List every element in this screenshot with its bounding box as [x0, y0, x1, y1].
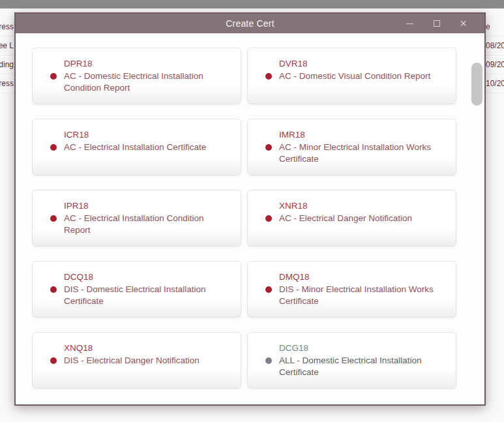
close-icon: ✕	[460, 19, 467, 28]
background-date-label: 10/201	[486, 79, 504, 88]
status-dot-icon	[265, 215, 272, 222]
cert-description-row: DIS - Electrical Danger Notification	[33, 355, 241, 367]
cert-code: IMR18	[279, 130, 456, 140]
cert-card-grid: DPR18 AC - Domestic Electrical Installat…	[16, 33, 484, 389]
cert-description-row: DIS - Minor Electrical Installation Work…	[248, 284, 456, 307]
status-dot-icon	[50, 357, 57, 364]
cert-code: DMQ18	[279, 272, 456, 282]
background-row-fragment: ee L	[0, 37, 14, 55]
status-dot-icon	[50, 215, 57, 222]
background-window-top-bar	[0, 0, 504, 8]
maximize-icon	[434, 20, 440, 27]
background-left-column: ress ee L ding ress	[0, 18, 14, 93]
maximize-button[interactable]	[423, 14, 450, 33]
minimize-icon	[406, 23, 413, 24]
background-row-fragment: ding	[0, 55, 14, 74]
cert-type-card[interactable]: XNQ18 DIS - Electrical Danger Notificati…	[32, 332, 241, 389]
background-date-label: e	[486, 22, 490, 31]
cert-description: DIS - Electrical Danger Notification	[64, 355, 228, 367]
cert-description-row: AC - Minor Electrical Installation Works…	[248, 142, 456, 165]
cert-type-card[interactable]: XNR18 AC - Electrical Danger Notificatio…	[247, 190, 456, 247]
cert-description-row: AC - Domestic Electrical Installation Co…	[33, 70, 241, 94]
background-row-label: ee L	[0, 41, 14, 50]
cert-description-row: AC - Domestic Visual Condition Report	[248, 70, 456, 82]
cert-code: IPR18	[64, 201, 241, 211]
scrollbar-thumb[interactable]	[471, 63, 482, 106]
cert-type-card[interactable]: IPR18 AC - Electrical Installation Condi…	[32, 190, 241, 247]
cert-description: AC - Domestic Visual Condition Report	[279, 70, 443, 82]
create-cert-dialog: Create Cert ✕ DPR18 AC - Domestic Electr…	[14, 12, 486, 406]
background-row-fragment: 08/201	[486, 37, 504, 55]
cert-description-row: ALL - Domestic Electrical Installation C…	[248, 355, 456, 378]
background-row-label: ding	[0, 60, 14, 69]
status-dot-icon	[50, 144, 57, 151]
cert-description-row: AC - Electrical Installation Condition R…	[33, 213, 241, 236]
status-dot-icon	[50, 73, 57, 80]
cert-type-card[interactable]: DCQ18 DIS - Domestic Electrical Installa…	[32, 261, 241, 318]
background-row-fragment: ress	[0, 74, 14, 93]
status-dot-icon	[265, 73, 272, 80]
cert-description-row: DIS - Domestic Electrical Installation C…	[33, 284, 241, 307]
background-right-column: e 08/201 09/201 10/201	[486, 18, 504, 93]
dialog-body: DPR18 AC - Domestic Electrical Installat…	[16, 33, 484, 404]
cert-type-card[interactable]: ICR18 AC - Electrical Installation Certi…	[32, 119, 241, 175]
cert-code: DCG18	[279, 343, 456, 353]
cert-type-card[interactable]: DVR18 AC - Domestic Visual Condition Rep…	[247, 48, 456, 104]
background-row-label: ress	[0, 22, 14, 31]
minimize-button[interactable]	[396, 14, 423, 33]
cert-type-card[interactable]: DMQ18 DIS - Minor Electrical Installatio…	[247, 261, 456, 318]
cert-description: AC - Minor Electrical Installation Works…	[279, 142, 443, 165]
background-row-fragment: e	[486, 18, 504, 37]
background-row-fragment: 10/201	[486, 74, 504, 93]
background-date-label: 09/201	[486, 60, 504, 69]
background-row-fragment: 09/201	[486, 55, 504, 74]
cert-code: XNR18	[279, 201, 456, 211]
background-row-label: ress	[0, 79, 14, 88]
window-controls: ✕	[396, 14, 477, 33]
dialog-titlebar[interactable]: Create Cert ✕	[16, 14, 484, 33]
cert-type-card[interactable]: DPR18 AC - Domestic Electrical Installat…	[32, 48, 241, 104]
status-dot-icon	[50, 286, 57, 293]
cert-description: DIS - Domestic Electrical Installation C…	[64, 284, 228, 307]
cert-description-row: AC - Electrical Danger Notification	[248, 213, 456, 224]
cert-description: AC - Domestic Electrical Installation Co…	[64, 70, 228, 94]
close-button[interactable]: ✕	[450, 14, 477, 33]
cert-code: DPR18	[64, 59, 241, 68]
background-date-label: 08/201	[486, 41, 504, 50]
cert-description: AC - Electrical Danger Notification	[279, 213, 443, 224]
cert-description: DIS - Minor Electrical Installation Work…	[279, 284, 443, 307]
background-row-fragment: ress	[0, 18, 14, 37]
cert-code: ICR18	[64, 130, 241, 140]
cert-code: XNQ18	[64, 343, 241, 353]
cert-type-card[interactable]: IMR18 AC - Minor Electrical Installation…	[247, 119, 456, 175]
cert-description: ALL - Domestic Electrical Installation C…	[279, 355, 443, 378]
status-dot-icon	[265, 357, 272, 364]
cert-description-row: AC - Electrical Installation Certificate	[33, 142, 241, 153]
cert-description: AC - Electrical Installation Certificate	[64, 142, 228, 153]
cert-code: DCQ18	[64, 272, 241, 282]
status-dot-icon	[265, 144, 272, 151]
status-dot-icon	[265, 286, 272, 293]
cert-code: DVR18	[279, 59, 456, 68]
cert-description: AC - Electrical Installation Condition R…	[64, 213, 228, 236]
cert-type-card[interactable]: DCG18 ALL - Domestic Electrical Installa…	[247, 332, 456, 389]
